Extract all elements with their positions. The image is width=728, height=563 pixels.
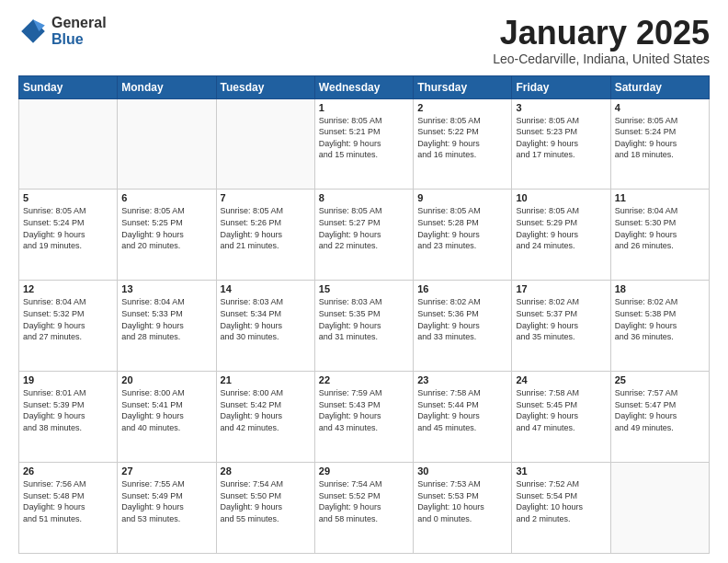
day-info: Sunrise: 8:05 AM Sunset: 5:26 PM Dayligh…: [221, 205, 311, 251]
day-number: 7: [221, 192, 311, 203]
day-number: 1: [319, 102, 409, 113]
day-info: Sunrise: 8:05 AM Sunset: 5:28 PM Dayligh…: [417, 205, 507, 251]
calendar-cell: 29Sunrise: 7:54 AM Sunset: 5:52 PM Dayli…: [314, 463, 413, 554]
day-number: 3: [516, 102, 606, 113]
calendar-cell: 18Sunrise: 8:02 AM Sunset: 5:38 PM Dayli…: [610, 281, 709, 372]
calendar-cell: 9Sunrise: 8:05 AM Sunset: 5:28 PM Daylig…: [414, 190, 512, 281]
day-info: Sunrise: 8:05 AM Sunset: 5:22 PM Dayligh…: [417, 115, 507, 161]
day-info: Sunrise: 8:04 AM Sunset: 5:33 PM Dayligh…: [121, 296, 211, 342]
day-number: 12: [23, 283, 113, 294]
day-info: Sunrise: 8:01 AM Sunset: 5:39 PM Dayligh…: [23, 387, 113, 433]
calendar-cell: 6Sunrise: 8:05 AM Sunset: 5:25 PM Daylig…: [118, 190, 216, 281]
calendar-cell: [19, 98, 118, 190]
calendar-cell: 12Sunrise: 8:04 AM Sunset: 5:32 PM Dayli…: [19, 281, 118, 372]
day-number: 16: [417, 283, 507, 294]
calendar-cell: 23Sunrise: 7:58 AM Sunset: 5:44 PM Dayli…: [414, 372, 512, 463]
day-info: Sunrise: 8:02 AM Sunset: 5:38 PM Dayligh…: [615, 296, 705, 342]
calendar-cell: 2Sunrise: 8:05 AM Sunset: 5:22 PM Daylig…: [414, 98, 512, 190]
calendar-cell: 25Sunrise: 7:57 AM Sunset: 5:47 PM Dayli…: [610, 372, 709, 463]
logo-icon: [18, 17, 48, 46]
day-number: 26: [23, 465, 113, 477]
calendar-header-tuesday: Tuesday: [216, 75, 314, 98]
calendar-cell: 10Sunrise: 8:05 AM Sunset: 5:29 PM Dayli…: [512, 190, 610, 281]
calendar-cell: 19Sunrise: 8:01 AM Sunset: 5:39 PM Dayli…: [19, 372, 118, 463]
calendar-cell: 20Sunrise: 8:00 AM Sunset: 5:41 PM Dayli…: [118, 372, 216, 463]
calendar-cell: 28Sunrise: 7:54 AM Sunset: 5:50 PM Dayli…: [216, 463, 314, 554]
logo-text: General Blue: [51, 15, 107, 47]
day-number: 10: [516, 192, 606, 203]
day-info: Sunrise: 7:58 AM Sunset: 5:45 PM Dayligh…: [516, 387, 606, 433]
day-number: 21: [221, 374, 311, 385]
calendar-cell: 13Sunrise: 8:04 AM Sunset: 5:33 PM Dayli…: [118, 281, 216, 372]
calendar-cell: [610, 463, 709, 554]
calendar-header-row: SundayMondayTuesdayWednesdayThursdayFrid…: [19, 75, 710, 98]
header: General Blue January 2025 Leo-Cedarville…: [18, 15, 710, 66]
calendar-table: SundayMondayTuesdayWednesdayThursdayFrid…: [18, 75, 710, 554]
calendar-week-3: 12Sunrise: 8:04 AM Sunset: 5:32 PM Dayli…: [19, 281, 710, 372]
calendar-header-thursday: Thursday: [414, 75, 512, 98]
calendar-cell: 26Sunrise: 7:56 AM Sunset: 5:48 PM Dayli…: [19, 463, 118, 554]
day-number: 17: [516, 283, 606, 294]
calendar-cell: 21Sunrise: 8:00 AM Sunset: 5:42 PM Dayli…: [216, 372, 314, 463]
day-number: 24: [516, 374, 606, 385]
day-info: Sunrise: 8:00 AM Sunset: 5:42 PM Dayligh…: [221, 387, 311, 433]
day-number: 11: [615, 192, 705, 203]
day-number: 6: [121, 192, 211, 203]
calendar-header-friday: Friday: [512, 75, 610, 98]
day-info: Sunrise: 7:56 AM Sunset: 5:48 PM Dayligh…: [23, 478, 113, 524]
calendar-cell: 27Sunrise: 7:55 AM Sunset: 5:49 PM Dayli…: [118, 463, 216, 554]
calendar-week-2: 5Sunrise: 8:05 AM Sunset: 5:24 PM Daylig…: [19, 190, 710, 281]
day-number: 28: [221, 465, 311, 477]
calendar-cell: 3Sunrise: 8:05 AM Sunset: 5:23 PM Daylig…: [512, 98, 610, 190]
calendar-header-saturday: Saturday: [610, 75, 709, 98]
calendar-cell: 24Sunrise: 7:58 AM Sunset: 5:45 PM Dayli…: [512, 372, 610, 463]
calendar-week-1: 1Sunrise: 8:05 AM Sunset: 5:21 PM Daylig…: [19, 98, 710, 190]
logo-general-text: General: [51, 15, 107, 31]
calendar-cell: 31Sunrise: 7:52 AM Sunset: 5:54 PM Dayli…: [512, 463, 610, 554]
day-number: 5: [23, 192, 113, 203]
calendar-cell: 30Sunrise: 7:53 AM Sunset: 5:53 PM Dayli…: [414, 463, 512, 554]
day-number: 29: [319, 465, 409, 477]
calendar-cell: 22Sunrise: 7:59 AM Sunset: 5:43 PM Dayli…: [314, 372, 413, 463]
calendar-week-4: 19Sunrise: 8:01 AM Sunset: 5:39 PM Dayli…: [19, 372, 710, 463]
day-info: Sunrise: 8:05 AM Sunset: 5:29 PM Dayligh…: [516, 205, 606, 251]
title-block: January 2025 Leo-Cedarville, Indiana, Un…: [493, 15, 710, 66]
calendar-cell: 11Sunrise: 8:04 AM Sunset: 5:30 PM Dayli…: [610, 190, 709, 281]
day-info: Sunrise: 7:54 AM Sunset: 5:52 PM Dayligh…: [319, 478, 409, 524]
location-title: Leo-Cedarville, Indiana, United States: [493, 52, 710, 66]
day-info: Sunrise: 7:55 AM Sunset: 5:49 PM Dayligh…: [121, 478, 211, 524]
day-number: 19: [23, 374, 113, 385]
day-info: Sunrise: 7:54 AM Sunset: 5:50 PM Dayligh…: [221, 478, 311, 524]
day-number: 20: [121, 374, 211, 385]
day-number: 2: [417, 102, 507, 113]
day-info: Sunrise: 8:04 AM Sunset: 5:32 PM Dayligh…: [23, 296, 113, 342]
calendar-header-sunday: Sunday: [19, 75, 118, 98]
day-number: 22: [319, 374, 409, 385]
day-info: Sunrise: 7:58 AM Sunset: 5:44 PM Dayligh…: [417, 387, 507, 433]
day-info: Sunrise: 7:53 AM Sunset: 5:53 PM Dayligh…: [417, 478, 507, 524]
calendar-cell: 16Sunrise: 8:02 AM Sunset: 5:36 PM Dayli…: [414, 281, 512, 372]
logo: General Blue: [18, 15, 107, 47]
day-info: Sunrise: 7:57 AM Sunset: 5:47 PM Dayligh…: [615, 387, 705, 433]
calendar-cell: 8Sunrise: 8:05 AM Sunset: 5:27 PM Daylig…: [314, 190, 413, 281]
day-info: Sunrise: 8:04 AM Sunset: 5:30 PM Dayligh…: [615, 205, 705, 251]
day-info: Sunrise: 8:05 AM Sunset: 5:27 PM Dayligh…: [319, 205, 409, 251]
month-title: January 2025: [493, 15, 710, 52]
calendar-week-5: 26Sunrise: 7:56 AM Sunset: 5:48 PM Dayli…: [19, 463, 710, 554]
day-number: 9: [417, 192, 507, 203]
day-number: 30: [417, 465, 507, 477]
calendar-cell: 1Sunrise: 8:05 AM Sunset: 5:21 PM Daylig…: [314, 98, 413, 190]
calendar-header-wednesday: Wednesday: [314, 75, 413, 98]
calendar-cell: 17Sunrise: 8:02 AM Sunset: 5:37 PM Dayli…: [512, 281, 610, 372]
day-number: 14: [221, 283, 311, 294]
logo-blue-text: Blue: [51, 31, 107, 48]
page: General Blue January 2025 Leo-Cedarville…: [0, 0, 728, 563]
day-number: 4: [615, 102, 705, 113]
day-number: 25: [615, 374, 705, 385]
calendar-cell: 15Sunrise: 8:03 AM Sunset: 5:35 PM Dayli…: [314, 281, 413, 372]
day-info: Sunrise: 8:02 AM Sunset: 5:36 PM Dayligh…: [417, 296, 507, 342]
calendar-header-monday: Monday: [118, 75, 216, 98]
day-info: Sunrise: 7:52 AM Sunset: 5:54 PM Dayligh…: [516, 478, 606, 524]
day-number: 31: [516, 465, 606, 477]
calendar-cell: 14Sunrise: 8:03 AM Sunset: 5:34 PM Dayli…: [216, 281, 314, 372]
